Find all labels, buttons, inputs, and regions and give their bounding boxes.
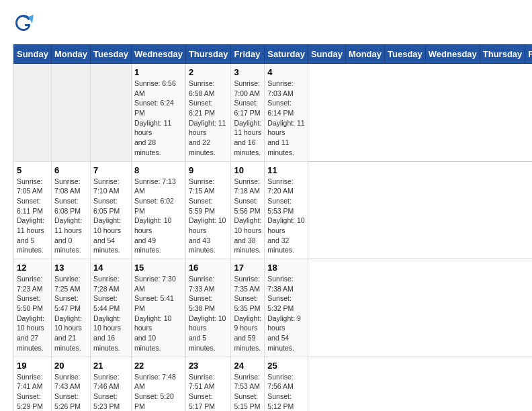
day-number: 17	[234, 263, 261, 273]
logo-icon	[13, 13, 34, 34]
day-info: Sunrise: 6:56 AM Sunset: 6:24 PM Dayligh…	[134, 79, 183, 158]
calendar-cell: 14Sunrise: 7:28 AM Sunset: 5:44 PM Dayli…	[91, 259, 132, 357]
day-number: 12	[17, 263, 48, 273]
calendar-cell: 23Sunrise: 7:51 AM Sunset: 5:17 PM Dayli…	[185, 357, 231, 411]
day-number: 13	[54, 263, 87, 273]
day-info: Sunrise: 7:18 AM Sunset: 5:56 PM Dayligh…	[234, 177, 261, 256]
day-info: Sunrise: 7:51 AM Sunset: 5:17 PM Dayligh…	[189, 372, 228, 412]
day-number: 22	[134, 361, 183, 371]
day-info: Sunrise: 7:35 AM Sunset: 5:35 PM Dayligh…	[234, 274, 261, 353]
day-info: Sunrise: 7:25 AM Sunset: 5:47 PM Dayligh…	[54, 274, 87, 353]
day-number: 6	[54, 165, 87, 175]
weekday-header-friday: Friday	[525, 45, 532, 64]
calendar-cell: 15Sunrise: 7:30 AM Sunset: 5:41 PM Dayli…	[131, 259, 185, 357]
day-number: 19	[17, 361, 48, 371]
day-number: 11	[267, 165, 305, 175]
day-info: Sunrise: 7:28 AM Sunset: 5:44 PM Dayligh…	[93, 274, 128, 353]
day-info: Sunrise: 7:53 AM Sunset: 5:15 PM Dayligh…	[234, 372, 261, 412]
calendar-header-row: SundayMondayTuesdayWednesdayThursdayFrid…	[14, 45, 533, 64]
day-number: 24	[234, 361, 261, 371]
day-info: Sunrise: 7:23 AM Sunset: 5:50 PM Dayligh…	[17, 274, 48, 353]
calendar-cell	[91, 64, 132, 162]
weekday-header-tuesday: Tuesday	[91, 45, 132, 64]
calendar-cell: 6Sunrise: 7:08 AM Sunset: 6:08 PM Daylig…	[51, 161, 90, 259]
day-number: 7	[93, 165, 128, 175]
day-info: Sunrise: 7:15 AM Sunset: 5:59 PM Dayligh…	[189, 177, 228, 256]
weekday-header-thursday: Thursday	[480, 45, 525, 64]
calendar-cell: 25Sunrise: 7:56 AM Sunset: 5:12 PM Dayli…	[265, 357, 308, 411]
calendar-cell	[51, 64, 90, 162]
day-number: 16	[189, 263, 228, 273]
calendar-week-row: 19Sunrise: 7:41 AM Sunset: 5:29 PM Dayli…	[14, 357, 533, 411]
calendar-cell: 8Sunrise: 7:13 AM Sunset: 6:02 PM Daylig…	[131, 161, 185, 259]
calendar-cell: 13Sunrise: 7:25 AM Sunset: 5:47 PM Dayli…	[51, 259, 90, 357]
calendar-cell	[14, 64, 52, 162]
day-number: 2	[189, 67, 228, 77]
weekday-header-tuesday: Tuesday	[385, 45, 426, 64]
calendar-cell: 10Sunrise: 7:18 AM Sunset: 5:56 PM Dayli…	[231, 161, 265, 259]
calendar-cell: 11Sunrise: 7:20 AM Sunset: 5:53 PM Dayli…	[265, 161, 308, 259]
calendar-cell: 21Sunrise: 7:46 AM Sunset: 5:23 PM Dayli…	[91, 357, 132, 411]
day-info: Sunrise: 7:46 AM Sunset: 5:23 PM Dayligh…	[93, 372, 128, 412]
calendar-cell: 22Sunrise: 7:48 AM Sunset: 5:20 PM Dayli…	[131, 357, 185, 411]
day-number: 3	[234, 67, 261, 77]
day-info: Sunrise: 7:33 AM Sunset: 5:38 PM Dayligh…	[189, 274, 228, 353]
calendar-cell: 12Sunrise: 7:23 AM Sunset: 5:50 PM Dayli…	[14, 259, 52, 357]
day-number: 25	[267, 361, 305, 371]
calendar-cell: 24Sunrise: 7:53 AM Sunset: 5:15 PM Dayli…	[231, 357, 265, 411]
page-header	[13, 13, 519, 34]
day-number: 5	[17, 165, 48, 175]
calendar-cell: 18Sunrise: 7:38 AM Sunset: 5:32 PM Dayli…	[265, 259, 308, 357]
calendar-week-row: 5Sunrise: 7:05 AM Sunset: 6:11 PM Daylig…	[14, 161, 533, 259]
calendar-table: SundayMondayTuesdayWednesdayThursdayFrid…	[13, 44, 532, 411]
day-number: 10	[234, 165, 261, 175]
calendar-cell: 20Sunrise: 7:43 AM Sunset: 5:26 PM Dayli…	[51, 357, 90, 411]
weekday-header-sunday: Sunday	[308, 45, 345, 64]
calendar-cell: 16Sunrise: 7:33 AM Sunset: 5:38 PM Dayli…	[185, 259, 231, 357]
day-info: Sunrise: 7:20 AM Sunset: 5:53 PM Dayligh…	[267, 177, 305, 256]
day-number: 15	[134, 263, 183, 273]
calendar-cell: 9Sunrise: 7:15 AM Sunset: 5:59 PM Daylig…	[185, 161, 231, 259]
calendar-cell: 5Sunrise: 7:05 AM Sunset: 6:11 PM Daylig…	[14, 161, 52, 259]
day-info: Sunrise: 7:13 AM Sunset: 6:02 PM Dayligh…	[134, 177, 183, 256]
weekday-header-wednesday: Wednesday	[131, 45, 185, 64]
calendar-cell: 7Sunrise: 7:10 AM Sunset: 6:05 PM Daylig…	[91, 161, 132, 259]
day-info: Sunrise: 7:10 AM Sunset: 6:05 PM Dayligh…	[93, 177, 128, 256]
day-number: 1	[134, 67, 183, 77]
calendar-cell: 3Sunrise: 7:00 AM Sunset: 6:17 PM Daylig…	[231, 64, 265, 162]
weekday-header-saturday: Saturday	[265, 45, 308, 64]
day-number: 21	[93, 361, 128, 371]
day-info: Sunrise: 7:05 AM Sunset: 6:11 PM Dayligh…	[17, 177, 48, 256]
day-info: Sunrise: 7:03 AM Sunset: 6:14 PM Dayligh…	[267, 79, 305, 158]
calendar-cell: 1Sunrise: 6:56 AM Sunset: 6:24 PM Daylig…	[131, 64, 185, 162]
day-info: Sunrise: 7:00 AM Sunset: 6:17 PM Dayligh…	[234, 79, 261, 158]
day-info: Sunrise: 7:41 AM Sunset: 5:29 PM Dayligh…	[17, 372, 48, 412]
weekday-header-thursday: Thursday	[185, 45, 231, 64]
calendar-cell: 2Sunrise: 6:58 AM Sunset: 6:21 PM Daylig…	[185, 64, 231, 162]
day-number: 14	[93, 263, 128, 273]
day-info: Sunrise: 7:48 AM Sunset: 5:20 PM Dayligh…	[134, 372, 183, 412]
day-number: 23	[189, 361, 228, 371]
calendar-cell: 17Sunrise: 7:35 AM Sunset: 5:35 PM Dayli…	[231, 259, 265, 357]
calendar-week-row: 1Sunrise: 6:56 AM Sunset: 6:24 PM Daylig…	[14, 64, 533, 162]
weekday-header-monday: Monday	[51, 45, 90, 64]
weekday-header-friday: Friday	[231, 45, 265, 64]
day-number: 8	[134, 165, 183, 175]
weekday-header-wednesday: Wednesday	[425, 45, 480, 64]
day-info: Sunrise: 7:56 AM Sunset: 5:12 PM Dayligh…	[267, 372, 305, 412]
day-number: 9	[189, 165, 228, 175]
day-info: Sunrise: 7:30 AM Sunset: 5:41 PM Dayligh…	[134, 274, 183, 353]
day-number: 18	[267, 263, 305, 273]
weekday-header-sunday: Sunday	[14, 45, 52, 64]
day-number: 4	[267, 67, 305, 77]
day-info: Sunrise: 7:43 AM Sunset: 5:26 PM Dayligh…	[54, 372, 87, 412]
calendar-cell: 19Sunrise: 7:41 AM Sunset: 5:29 PM Dayli…	[14, 357, 52, 411]
logo	[13, 13, 36, 34]
day-info: Sunrise: 7:08 AM Sunset: 6:08 PM Dayligh…	[54, 177, 87, 256]
calendar-week-row: 12Sunrise: 7:23 AM Sunset: 5:50 PM Dayli…	[14, 259, 533, 357]
day-info: Sunrise: 6:58 AM Sunset: 6:21 PM Dayligh…	[189, 79, 228, 158]
day-info: Sunrise: 7:38 AM Sunset: 5:32 PM Dayligh…	[267, 274, 305, 353]
calendar-cell: 4Sunrise: 7:03 AM Sunset: 6:14 PM Daylig…	[265, 64, 308, 162]
weekday-header-monday: Monday	[345, 45, 384, 64]
day-number: 20	[54, 361, 87, 371]
